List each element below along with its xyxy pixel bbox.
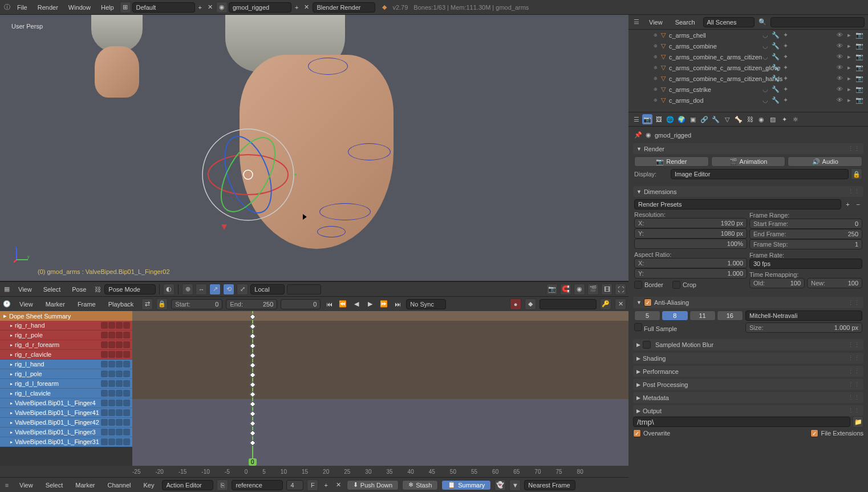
play-icon[interactable]: ▶	[365, 299, 375, 309]
channel-row[interactable]: ▸rig_r_clavicle	[0, 350, 132, 360]
outliner-row[interactable]: ⊕ ▽ c_arms_cstrike◡🔧✦👁▸📷	[628, 84, 868, 95]
render-presets-field[interactable]: Render Presets	[634, 199, 841, 209]
summary-toggle[interactable]: 📋Summary	[441, 480, 491, 490]
aa-enable-checkbox[interactable]	[644, 299, 652, 307]
new-map-field[interactable]: New:100	[807, 278, 862, 288]
aspect-x-field[interactable]: X:1.000	[634, 258, 747, 268]
tl-menu-playback[interactable]: Playback	[104, 299, 139, 309]
end-frame-field[interactable]: End:250	[226, 299, 277, 309]
tab-material[interactable]: ◉	[756, 114, 766, 124]
ae-menu-channel[interactable]: Channel	[103, 480, 135, 490]
channel-row[interactable]: ▸ValveBiped.Bip01_L_Finger3	[0, 428, 132, 437]
shading-icon[interactable]: ◐	[163, 284, 175, 295]
channel-row[interactable]: ▸ValveBiped.Bip01_L_Finger4	[0, 398, 132, 408]
play-reverse-icon[interactable]: ◀	[351, 299, 362, 309]
info-icon[interactable]: ⓘ	[2, 3, 11, 12]
channel-row[interactable]: ▸rig_r_hand	[0, 321, 132, 330]
outliner-row[interactable]: ⊕ ▽ c_arms_combine_c_arms_citizen◡🔧✦👁▸📷	[628, 51, 868, 62]
folder-icon[interactable]: 📁	[853, 416, 863, 428]
channel-row[interactable]: ▸ValveBiped.Bip01_L_Finger31	[0, 437, 132, 447]
panel-header-collapsed[interactable]: ▶Post Processing⋮⋮	[633, 379, 863, 390]
aa-size-field[interactable]: Size:1.000 px	[745, 322, 862, 333]
ae-menu-marker[interactable]: Marker	[71, 480, 99, 490]
end-frame-prop-field[interactable]: End Frame:250	[749, 229, 862, 239]
aa-sample-button[interactable]: 16	[717, 310, 743, 321]
lock-icon[interactable]: 🔒	[156, 299, 168, 310]
toggle-maximize-icon[interactable]: ⛶	[615, 284, 626, 295]
vp-menu-view[interactable]: View	[14, 284, 36, 295]
scale-manip-icon[interactable]: ⤢	[237, 284, 248, 295]
tl-menu-frame[interactable]: Frame	[73, 299, 100, 309]
pin-icon[interactable]: 📌	[634, 131, 642, 139]
tab-constraints[interactable]: 🔗	[699, 114, 709, 124]
manipulator-icon[interactable]: ↔	[196, 284, 207, 295]
channel-row[interactable]: ▸rig_d_l_forearm	[0, 379, 132, 389]
new-action-button[interactable]: +	[322, 481, 330, 490]
range-icon[interactable]: ⇄	[141, 299, 153, 310]
fake-user-icon[interactable]: F	[307, 479, 318, 491]
opengl-render-icon[interactable]: 🎬	[587, 284, 599, 295]
crop-checkbox[interactable]	[672, 281, 680, 289]
snap-icon[interactable]: 🧲	[560, 284, 571, 295]
panel-header-dimensions[interactable]: ▼Dimensions⋮⋮	[633, 186, 863, 197]
tab-physics[interactable]: ⚛	[790, 114, 801, 124]
filter-icon[interactable]: ▼	[509, 479, 521, 491]
search-icon[interactable]: 🔍	[758, 18, 767, 27]
action-browse-icon[interactable]: ⎘	[217, 479, 228, 491]
start-frame-field[interactable]: Start:0	[171, 299, 222, 309]
channel-row[interactable]: ▸rig_l_pole	[0, 369, 132, 379]
add-scene-button[interactable]: +	[293, 3, 301, 12]
dopesheet-summary-row[interactable]: ▸Dope Sheet Summary	[0, 311, 132, 321]
insert-key-icon[interactable]: 🔑	[600, 299, 611, 310]
menu-window[interactable]: Window	[64, 2, 95, 13]
tab-render[interactable]: 📷	[642, 114, 652, 124]
3d-viewport[interactable]: User Persp (0) gmod_arms : ValveBiped.Bi…	[0, 15, 628, 281]
opengl-anim-icon[interactable]: 🎞	[601, 284, 613, 295]
render-button[interactable]: 📷Render	[634, 156, 709, 167]
add-preset-button[interactable]: +	[843, 200, 851, 209]
current-frame-field[interactable]: 0	[281, 299, 321, 309]
action-editor-icon[interactable]: ≡	[2, 481, 11, 490]
proportional-icon[interactable]: ◉	[574, 284, 585, 295]
tab-scene[interactable]: 🌐	[665, 114, 675, 124]
channel-row[interactable]: ▸rig_l_clavicle	[0, 389, 132, 398]
outliner-row[interactable]: ⊕ ▽ c_arms_combine_c_arms_citizen_hands◡…	[628, 73, 868, 84]
audio-button[interactable]: 🔊Audio	[788, 156, 862, 167]
action-users-field[interactable]: 4	[286, 480, 303, 490]
keying-set-field[interactable]	[540, 299, 597, 309]
outliner-row[interactable]: ⊕ ▽ c_arms_combine_c_arms_citizen_glove◡…	[628, 62, 868, 73]
render-engine-field[interactable]: Blender Render	[313, 2, 375, 13]
panel-header-aa[interactable]: ▼Anti-Aliasing⋮⋮	[633, 297, 863, 308]
stash-button[interactable]: ❄Stash	[402, 480, 438, 490]
ae-menu-view[interactable]: View	[15, 480, 38, 490]
delete-key-icon[interactable]: ✕	[615, 299, 626, 310]
editor-type-icon[interactable]: ▦	[2, 285, 11, 294]
overwrite-checkbox[interactable]	[633, 429, 641, 437]
outliner-editor-icon[interactable]: ☰	[632, 18, 641, 27]
panel-header-collapsed[interactable]: ▶Metadata⋮⋮	[633, 392, 863, 403]
fps-field[interactable]: 30 fps	[749, 259, 862, 269]
vp-menu-pose[interactable]: Pose	[67, 284, 91, 295]
delete-layout-button[interactable]: ✕	[205, 2, 215, 12]
channel-row[interactable]: ▸ValveBiped.Bip01_L_Finger42	[0, 418, 132, 428]
layers-widget[interactable]	[287, 284, 321, 295]
dopesheet-mode-field[interactable]: Action Editor	[162, 480, 213, 490]
channel-row[interactable]: ▸rig_d_r_forearm	[0, 340, 132, 350]
res-x-field[interactable]: X:1920 px	[634, 218, 747, 228]
menu-help[interactable]: Help	[96, 2, 119, 13]
delete-scene-button[interactable]: ✕	[302, 2, 311, 12]
orientation-field[interactable]: Local	[250, 284, 285, 295]
back-to-previous-icon[interactable]: ⊞	[120, 2, 131, 13]
start-frame-prop-field[interactable]: Start Frame:0	[749, 219, 862, 229]
keying-icon[interactable]: ◆	[525, 299, 536, 310]
tab-bone[interactable]: 🦴	[733, 114, 744, 124]
add-layout-button[interactable]: +	[196, 3, 204, 12]
jump-end-icon[interactable]: ⏭	[392, 299, 403, 309]
pivot-icon[interactable]: ⊕	[182, 284, 193, 295]
aspect-y-field[interactable]: Y:1.000	[634, 268, 747, 279]
props-editor-icon[interactable]: ☰	[632, 115, 641, 124]
outliner-row[interactable]: ⊕ ▽ c_arms_chell◡🔧✦👁▸📷	[628, 30, 868, 41]
outliner-row[interactable]: ⊕ ▽ c_arms_dod◡🔧✦👁▸📷	[628, 95, 868, 106]
aa-sample-button[interactable]: 8	[662, 310, 688, 321]
outliner-display-field[interactable]: All Scenes	[703, 17, 755, 27]
